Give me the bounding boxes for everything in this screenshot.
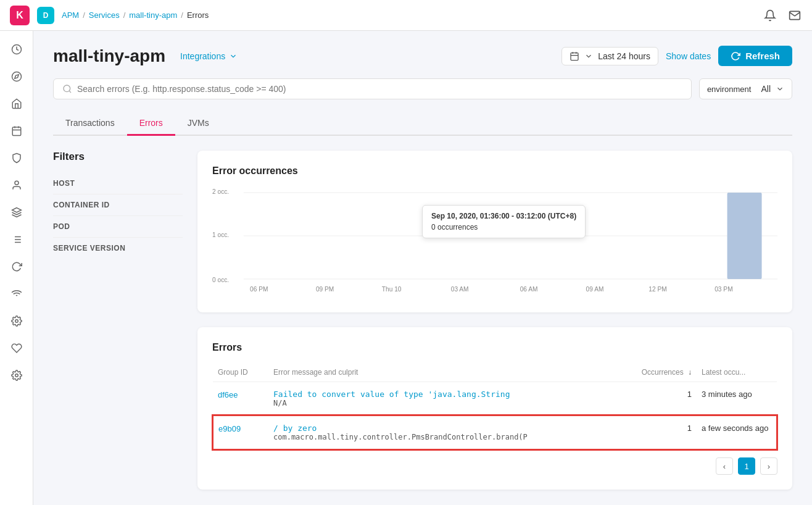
svg-point-22 xyxy=(64,85,70,92)
table-row-highlighted: e9b09 / by zero com.macro.mall.tiny.cont… xyxy=(213,415,777,449)
latest-0: 3 minutes ago xyxy=(697,382,777,416)
svg-rect-38 xyxy=(727,193,762,279)
breadcrumb-current: Errors xyxy=(187,10,209,20)
logo-letter: K xyxy=(16,10,23,21)
sidebar-item-recent[interactable] xyxy=(4,37,29,62)
col-group-id: Group ID xyxy=(213,363,268,382)
svg-text:06 AM: 06 AM xyxy=(520,286,538,293)
integrations-button[interactable]: Integrations xyxy=(180,51,238,61)
search-bar-row: environment All xyxy=(53,78,792,99)
svg-text:09 AM: 09 AM xyxy=(586,286,604,293)
tab-errors[interactable]: Errors xyxy=(127,112,175,136)
breadcrumb-sep-3: / xyxy=(181,10,183,20)
sidebar-item-calendar[interactable] xyxy=(4,119,29,143)
col-message: Error message and culprit xyxy=(268,363,616,382)
sidebar-item-favorites[interactable] xyxy=(4,336,29,361)
sidebar-item-config[interactable] xyxy=(4,363,29,388)
sidebar-item-settings[interactable] xyxy=(4,309,29,333)
svg-text:09 PM: 09 PM xyxy=(316,286,334,293)
breadcrumb-services[interactable]: Services xyxy=(89,10,120,20)
header-right: Last 24 hours Show dates Refresh xyxy=(561,46,792,66)
search-input[interactable] xyxy=(77,84,682,94)
prev-page-button[interactable]: ‹ xyxy=(716,457,733,475)
topbar: K D APM / Services / mall-tiny-apm / Err… xyxy=(0,0,812,31)
sidebar-item-list[interactable] xyxy=(4,227,29,252)
env-filter-value: All xyxy=(761,84,771,94)
latest-1: a few seconds ago xyxy=(697,415,777,449)
show-dates-button[interactable]: Show dates xyxy=(666,51,711,61)
right-panel: Error occurrences 2 occ. 1 occ. 0 occ. xyxy=(197,151,792,490)
time-label: Last 24 hours xyxy=(598,51,650,61)
dropdown-chevron-icon xyxy=(776,85,784,93)
refresh-label: Refresh xyxy=(745,51,780,61)
env-filter-label: environment xyxy=(707,85,752,94)
sidebar-item-network[interactable] xyxy=(4,282,29,306)
svg-text:0 occ.: 0 occ. xyxy=(212,277,229,283)
sidebar xyxy=(0,0,33,505)
svg-marker-2 xyxy=(14,75,18,78)
error-message-0: Failed to convert value of type 'java.la… xyxy=(273,390,611,399)
svg-marker-8 xyxy=(12,208,21,213)
tab-transactions[interactable]: Transactions xyxy=(53,112,127,136)
main-content: mall-tiny-apm Integrations Last 24 hours… xyxy=(33,0,812,505)
chart-card: Error occurrences 2 occ. 1 occ. 0 occ. xyxy=(197,151,792,312)
error-culprit-1: com.macro.mall.tiny.controller.PmsBrandC… xyxy=(273,433,611,441)
sidebar-item-refresh[interactable] xyxy=(4,254,29,279)
sidebar-item-layers[interactable] xyxy=(4,200,29,225)
chart-title: Error occurrences xyxy=(212,165,777,177)
col-occurrences[interactable]: Occurrences ↓ xyxy=(616,363,697,382)
svg-rect-3 xyxy=(12,127,21,136)
svg-rect-18 xyxy=(571,52,578,60)
group-id-df6ee[interactable]: df6ee xyxy=(218,390,238,399)
sidebar-item-security[interactable] xyxy=(4,146,29,170)
svg-point-17 xyxy=(15,374,18,377)
page-1-button[interactable]: 1 xyxy=(738,457,755,475)
errors-table-title: Errors xyxy=(212,342,777,353)
col-latest: Latest occu... xyxy=(697,363,777,382)
page-header: mall-tiny-apm Integrations Last 24 hours… xyxy=(53,46,792,66)
breadcrumb: APM / Services / mall-tiny-apm / Errors xyxy=(62,10,209,20)
time-selector[interactable]: Last 24 hours xyxy=(561,47,658,65)
app-icon[interactable]: D xyxy=(37,7,54,24)
chevron-down-icon2 xyxy=(584,52,593,61)
pagination: ‹ 1 › xyxy=(212,457,777,475)
calendar-icon xyxy=(570,51,579,61)
occurrences-1: 1 xyxy=(616,415,697,449)
search-box xyxy=(53,78,692,99)
error-culprit-0: N/A xyxy=(273,399,611,407)
sidebar-item-user[interactable] xyxy=(4,173,29,198)
filters-panel: Filters HOST CONTAINER ID POD SERVICE VE… xyxy=(53,151,183,490)
refresh-button[interactable]: Refresh xyxy=(718,46,792,66)
notification-icon[interactable] xyxy=(763,8,777,23)
filter-service-version[interactable]: SERVICE VERSION xyxy=(53,238,183,259)
group-id-e9b09[interactable]: e9b09 xyxy=(218,424,241,433)
errors-card: Errors Group ID Error message and culpri… xyxy=(197,327,792,490)
svg-text:Thu 10: Thu 10 xyxy=(382,286,402,293)
svg-text:2 occ.: 2 occ. xyxy=(212,188,229,195)
app-logo[interactable]: K xyxy=(10,6,30,25)
filter-container-id[interactable]: CONTAINER ID xyxy=(53,194,183,216)
topbar-right xyxy=(763,8,802,23)
occurrences-0: 1 xyxy=(616,382,697,416)
next-page-button[interactable]: › xyxy=(760,457,777,475)
svg-text:06 PM: 06 PM xyxy=(250,286,268,293)
mail-icon[interactable] xyxy=(787,8,802,23)
chart-area: 2 occ. 1 occ. 0 occ. 06 PM 09 PM Th xyxy=(212,186,777,298)
refresh-icon xyxy=(731,51,740,61)
svg-point-7 xyxy=(15,181,19,185)
search-icon xyxy=(62,84,72,94)
env-filter[interactable]: environment All xyxy=(699,78,792,99)
breadcrumb-service[interactable]: mall-tiny-apm xyxy=(129,10,177,20)
error-message-1: / by zero xyxy=(273,424,611,433)
filter-host[interactable]: HOST xyxy=(53,173,183,194)
svg-line-23 xyxy=(69,91,71,93)
filters-title: Filters xyxy=(53,151,183,163)
sidebar-item-discover[interactable] xyxy=(4,64,29,89)
tab-jvms[interactable]: JVMs xyxy=(175,112,222,136)
svg-point-16 xyxy=(15,320,18,323)
sidebar-item-home[interactable] xyxy=(4,91,29,116)
filter-pod[interactable]: POD xyxy=(53,216,183,238)
breadcrumb-apm[interactable]: APM xyxy=(62,10,79,20)
svg-point-1 xyxy=(12,72,21,81)
table-row: df6ee Failed to convert value of type 'j… xyxy=(213,382,777,416)
